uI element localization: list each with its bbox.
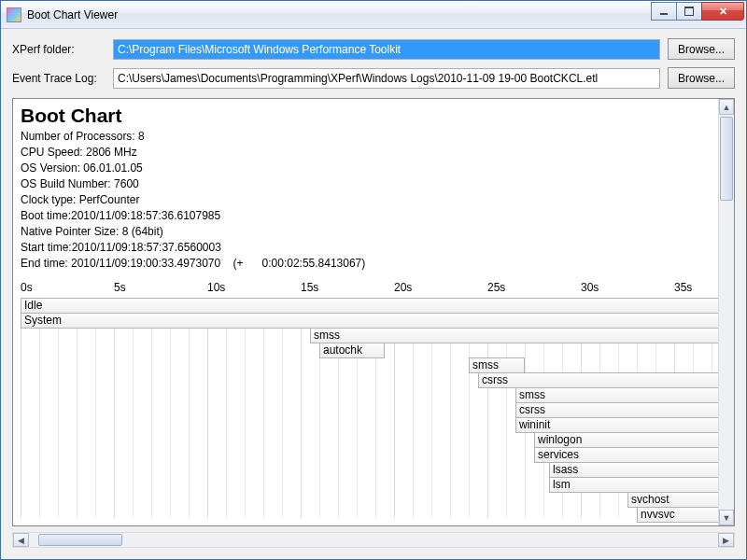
- chart-title: Boot Chart: [21, 105, 711, 127]
- axis-tick: 15s: [301, 281, 318, 294]
- vscroll-thumb[interactable]: [720, 117, 733, 201]
- axis-tick: 5s: [114, 281, 126, 294]
- process-bar[interactable]: services: [534, 447, 718, 463]
- axis-tick: 20s: [394, 281, 412, 294]
- axis-tick: 10s: [207, 281, 225, 294]
- scroll-left-button[interactable]: ◀: [13, 533, 29, 547]
- process-bar[interactable]: csrss: [478, 372, 718, 388]
- vscroll-track[interactable]: [719, 115, 734, 510]
- process-bar[interactable]: wininit: [515, 417, 718, 433]
- xperf-browse-button[interactable]: Browse...: [668, 38, 735, 60]
- axis-tick: 35s: [674, 281, 692, 294]
- system-info: Number of Processors: 8 CPU Speed: 2806 …: [21, 129, 711, 272]
- close-button[interactable]: [701, 2, 744, 21]
- maximize-button[interactable]: [676, 2, 702, 21]
- xperf-folder-label: XPerf folder:: [12, 43, 106, 56]
- axis-tick: 0s: [21, 281, 33, 294]
- scroll-right-button[interactable]: ▶: [718, 533, 734, 547]
- process-bar[interactable]: Idle: [21, 298, 718, 314]
- app-window: Boot Chart Viewer XPerf folder: Browse..…: [0, 0, 747, 560]
- window-buttons: [652, 2, 744, 21]
- process-bar[interactable]: csrss: [515, 402, 718, 418]
- scroll-up-button[interactable]: ▲: [719, 99, 734, 115]
- xperf-folder-input[interactable]: [113, 39, 660, 60]
- xperf-folder-row: XPerf folder: Browse...: [12, 38, 735, 60]
- process-bar[interactable]: smss: [515, 387, 718, 403]
- vertical-scrollbar[interactable]: ▲ ▼: [718, 99, 734, 525]
- gantt-chart: IdleSystemsmssautochksmsscsrsssmsscsrssw…: [21, 298, 711, 518]
- app-icon: [7, 7, 21, 22]
- minimize-button[interactable]: [651, 2, 677, 21]
- etl-browse-button[interactable]: Browse...: [668, 67, 735, 89]
- process-bar[interactable]: smss: [469, 357, 525, 373]
- process-bar[interactable]: winlogon: [534, 432, 718, 448]
- process-bar[interactable]: System: [21, 313, 718, 329]
- time-axis: 0s5s10s15s20s25s30s35s: [21, 281, 711, 296]
- axis-tick: 25s: [487, 281, 505, 294]
- process-bar[interactable]: nvvsvc: [637, 507, 718, 523]
- etl-label: Event Trace Log:: [12, 72, 106, 85]
- hscroll-thumb[interactable]: [38, 534, 122, 546]
- process-bar[interactable]: smss: [310, 328, 718, 343]
- process-bar[interactable]: lsm: [549, 477, 718, 493]
- chart-viewport[interactable]: Boot Chart Number of Processors: 8 CPU S…: [13, 99, 718, 525]
- etl-input[interactable]: [113, 68, 660, 89]
- window-title: Boot Chart Viewer: [27, 8, 652, 21]
- process-bar[interactable]: svchost: [627, 492, 718, 508]
- scroll-down-button[interactable]: ▼: [719, 510, 734, 525]
- chart-body: Boot Chart Number of Processors: 8 CPU S…: [13, 99, 718, 522]
- etl-row: Event Trace Log: Browse...: [12, 67, 735, 89]
- horizontal-scrollbar[interactable]: ◀ ▶: [12, 532, 735, 548]
- titlebar[interactable]: Boot Chart Viewer: [1, 1, 746, 29]
- client-area: XPerf folder: Browse... Event Trace Log:…: [7, 35, 740, 553]
- axis-tick: 30s: [581, 281, 599, 294]
- process-bar[interactable]: autochk: [319, 343, 385, 358]
- chart-frame: Boot Chart Number of Processors: 8 CPU S…: [12, 98, 735, 526]
- hscroll-track[interactable]: [29, 533, 718, 547]
- process-bar[interactable]: lsass: [549, 462, 718, 478]
